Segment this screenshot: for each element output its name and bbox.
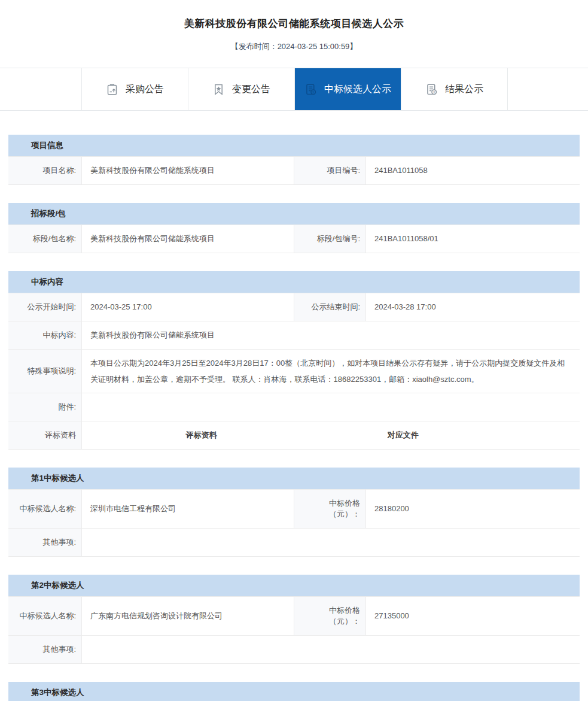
eval-material-label: 评标资料 (8, 421, 82, 449)
doc-yen-icon: ¥ (425, 83, 438, 96)
award-content-label: 中标内容: (8, 321, 82, 349)
table-row: 中标候选人名称: 深圳市电信工程有限公司 中标价格（元）： 28180200 (8, 489, 580, 528)
publicity-start-label: 公示开始时间: (8, 293, 82, 321)
publish-time: 【发布时间：2024-03-25 15:00:59】 (0, 41, 588, 52)
section-project-info: 项目信息 项目名称: 美新科技股份有限公司储能系统项目 项目编号: 241BA1… (8, 135, 580, 185)
svg-text:¥: ¥ (433, 90, 435, 93)
section-candidate-2: 第2中标候选人 中标候选人名称: 广东南方电信规划咨询设计院有限公司 中标价格（… (8, 575, 580, 664)
main-content: 项目信息 项目名称: 美新科技股份有限公司储能系统项目 项目编号: 241BA1… (0, 135, 588, 701)
attachment-label: 附件: (8, 393, 82, 421)
doc-yen-icon: ¥ (304, 83, 317, 96)
table-row: 中标候选人名称: 广东南方电信规划咨询设计院有限公司 中标价格（元）： 2713… (8, 596, 580, 635)
section-header: 第3中标候选人 (8, 682, 580, 701)
tab-bar-right-spacer (508, 68, 588, 110)
package-name-label: 标段/包名称: (8, 225, 82, 253)
attachment-value (82, 393, 580, 421)
corresponding-file-col-header: 对应文件 (321, 430, 485, 441)
special-notes-value: 本项目公示期为2024年3月25日至2024年3月28日17：00整（北京时间）… (82, 350, 580, 393)
candidate-name-label: 中标候选人名称: (8, 597, 82, 635)
table-row: 项目名称: 美新科技股份有限公司储能系统项目 项目编号: 241BA101105… (8, 156, 580, 184)
svg-text:¥: ¥ (312, 90, 315, 93)
bid-price-label: 中标价格（元）： (294, 597, 366, 635)
eval-material-table: 评标资料 对应文件 (82, 421, 580, 449)
package-code-value: 241BA1011058/01 (366, 225, 580, 253)
other-matters-label: 其他事项: (8, 636, 82, 663)
candidate-name-value: 广东南方电信规划咨询设计院有限公司 (82, 597, 294, 635)
table-row: 其他事项: (8, 635, 580, 663)
table-row: 附件: (8, 393, 580, 421)
bid-price-value: 27135000 (366, 597, 580, 635)
section-header: 项目信息 (8, 135, 580, 156)
tab-label: 结果公示 (445, 83, 483, 96)
tab-bar: 采购公告 变更公告 ¥ 中标候选人公示 (0, 68, 588, 111)
bookmark-star-icon (212, 83, 225, 96)
project-name-label: 项目名称: (8, 157, 82, 184)
section-award-content: 中标内容 公示开始时间: 2024-03-25 17:00 公示结束时间: 20… (8, 271, 580, 450)
tab-result-announcement[interactable]: ¥ 结果公示 (401, 68, 508, 110)
special-notes-label: 特殊事项说明: (8, 350, 82, 393)
announcement-page: 美新科技股份有限公司储能系统项目候选人公示 【发布时间：2024-03-25 1… (0, 0, 588, 701)
other-matters-label: 其他事项: (8, 529, 82, 556)
tab-change-announcement[interactable]: 变更公告 (188, 68, 295, 110)
publicity-start-value: 2024-03-25 17:00 (82, 293, 294, 321)
section-candidate-1: 第1中标候选人 中标候选人名称: 深圳市电信工程有限公司 中标价格（元）： 28… (8, 468, 580, 557)
project-name-value: 美新科技股份有限公司储能系统项目 (82, 157, 294, 184)
bid-price-label: 中标价格（元）： (294, 490, 366, 528)
section-candidate-3: 第3中标候选人 中标候选人名称: 深圳市华懋建设工程有限公司 中标价格（元）： … (8, 682, 580, 701)
table-row: 标段/包名称: 美新科技股份有限公司储能系统项目 标段/包编号: 241BA10… (8, 224, 580, 253)
section-header: 招标段/包 (8, 203, 580, 224)
tab-procurement-announcement[interactable]: 采购公告 (82, 68, 188, 110)
section-header: 中标内容 (8, 271, 580, 293)
table-row: 公示开始时间: 2024-03-25 17:00 公示结束时间: 2024-03… (8, 293, 580, 321)
clipboard-arrow-icon (106, 83, 118, 96)
project-code-label: 项目编号: (294, 157, 366, 184)
other-matters-value (82, 636, 580, 663)
table-row: 其他事项: (8, 528, 580, 556)
table-row: 评标资料 评标资料 对应文件 (8, 421, 580, 449)
publicity-end-label: 公示结束时间: (294, 293, 366, 321)
section-header: 第2中标候选人 (8, 575, 580, 596)
publicity-end-value: 2024-03-28 17:00 (366, 293, 580, 321)
award-content-value: 美新科技股份有限公司储能系统项目 (82, 321, 580, 349)
package-code-label: 标段/包编号: (294, 225, 366, 253)
table-row: 中标内容: 美新科技股份有限公司储能系统项目 (8, 321, 580, 349)
table-row: 特殊事项说明: 本项目公示期为2024年3月25日至2024年3月28日17：0… (8, 349, 580, 393)
tab-bar-left-spacer (0, 68, 82, 110)
package-name-value: 美新科技股份有限公司储能系统项目 (82, 225, 294, 253)
page-title: 美新科技股份有限公司储能系统项目候选人公示 (0, 0, 588, 31)
candidate-name-value: 深圳市电信工程有限公司 (82, 490, 294, 528)
project-code-value: 241BA1011058 (366, 157, 580, 184)
eval-material-col-header: 评标资料 (82, 430, 321, 441)
tab-winning-candidate-announcement[interactable]: ¥ 中标候选人公示 (295, 68, 401, 110)
candidate-name-label: 中标候选人名称: (8, 490, 82, 528)
tab-label: 采购公告 (126, 83, 164, 96)
tab-label: 变更公告 (232, 83, 270, 96)
section-bid-package: 招标段/包 标段/包名称: 美新科技股份有限公司储能系统项目 标段/包编号: 2… (8, 203, 580, 253)
section-header: 第1中标候选人 (8, 468, 580, 489)
tab-label: 中标候选人公示 (324, 83, 391, 96)
other-matters-value (82, 529, 580, 556)
bid-price-value: 28180200 (366, 490, 580, 528)
